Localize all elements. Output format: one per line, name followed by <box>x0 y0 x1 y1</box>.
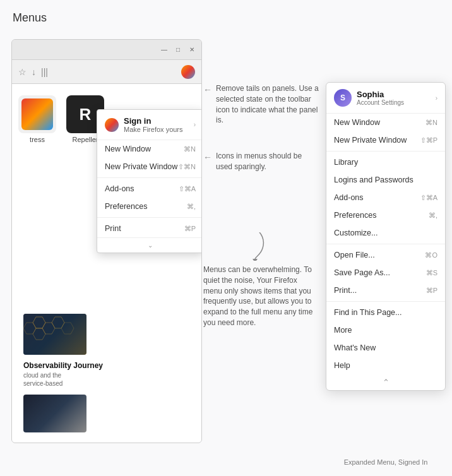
bookmark-icon[interactable]: ☆ <box>18 67 27 77</box>
exp-customize[interactable]: Customize... <box>326 224 445 242</box>
fx-menu-new-window[interactable]: New Window ⌘N <box>97 140 202 158</box>
exp-find-label: Find in This Page... <box>334 308 401 317</box>
svg-marker-7 <box>253 259 258 261</box>
exp-open-file-label: Open File... <box>334 251 375 259</box>
exp-addons[interactable]: Add-ons ⇧⌘A <box>326 189 445 206</box>
arrow-left-icon-2: ← <box>203 152 212 162</box>
exp-sep-3 <box>326 301 445 302</box>
article-subtitle: cloud and theservice-based <box>23 371 103 388</box>
article-text: Observability Journey cloud and theservi… <box>17 361 109 391</box>
fx-signin-title: Sign in <box>124 116 189 126</box>
annotation-first: ← Remove tails on panels. Use a selected… <box>203 83 320 126</box>
fx-menu-print-shortcut: ⌘P <box>184 225 196 233</box>
annotation-area: ← Remove tails on panels. Use a selected… <box>203 83 320 198</box>
expanded-menu-footer-label: Expanded Menu, Signed In <box>326 458 446 466</box>
exp-sep-2 <box>326 244 445 244</box>
fx-header-chevron-icon: › <box>194 121 196 128</box>
exp-print-label: Print... <box>334 286 357 295</box>
exp-sep-1 <box>326 151 445 152</box>
exp-new-window-label: New Window <box>334 118 380 127</box>
firefox-menu-small: Sign in Make Firefox yours › New Window … <box>97 109 202 253</box>
exp-prefs-shortcut: ⌘, <box>429 211 437 220</box>
exp-new-window-shortcut: ⌘N <box>425 119 437 127</box>
fx-menu-private-window[interactable]: New Private Window ⇧⌘N <box>97 158 202 176</box>
exp-library[interactable]: Library <box>326 153 445 171</box>
exp-logins[interactable]: Logins and Passwords <box>326 171 445 189</box>
fx-menu-new-window-shortcut: ⌘N <box>184 145 196 153</box>
exp-addons-label: Add-ons <box>334 193 364 202</box>
account-settings-label: Account Settings <box>357 99 431 106</box>
exp-collapse-icon[interactable]: ⌃ <box>326 374 445 390</box>
fx-menu-private-label: New Private Window <box>105 162 177 171</box>
fx-menu-addons-label: Add-ons <box>105 184 134 193</box>
fx-menu-addons-shortcut: ⇧⌘A <box>179 185 196 193</box>
exp-header-chevron-icon: › <box>436 95 437 102</box>
exp-header-text: Sophia Account Settings <box>357 90 431 106</box>
exp-open-file-shortcut: ⌘O <box>425 251 437 259</box>
exp-help[interactable]: Help <box>326 357 445 374</box>
annotation-text-1: Remove tails on panels. Use a selected s… <box>216 83 320 126</box>
exp-print-shortcut: ⌘P <box>426 287 437 295</box>
article-card[interactable]: Observability Journey cloud and theservi… <box>17 307 109 436</box>
firefox-logo-icon <box>105 118 119 132</box>
fx-menu-print-label: Print <box>105 224 121 233</box>
fx-header-text: Sign in Make Firefox yours <box>124 116 189 133</box>
exp-save-page[interactable]: Save Page As... ⌘S <box>326 264 445 282</box>
curve-arrow-icon <box>250 232 269 261</box>
article-image <box>23 314 86 355</box>
exp-customize-label: Customize... <box>334 229 378 237</box>
annotation-bottom: Menus can be overwhelming. To quiet the … <box>203 232 316 328</box>
fx-separator-1 <box>97 177 202 178</box>
exp-open-file[interactable]: Open File... ⌘O <box>326 246 445 264</box>
page-title: Menus <box>0 0 452 31</box>
article-title: Observability Journey <box>23 361 103 371</box>
tress-icon <box>18 95 56 133</box>
fx-menu-preferences[interactable]: Preferences ⌘, <box>97 198 202 215</box>
firefox-menu-icon[interactable] <box>181 65 195 79</box>
expanded-menu: S Sophia Account Settings › New Window ⌘… <box>326 82 446 391</box>
browser-titlebar: — □ ✕ <box>12 40 201 60</box>
close-button[interactable]: ✕ <box>187 45 196 54</box>
fx-menu-private-shortcut: ⇧⌘N <box>178 163 196 171</box>
minimize-button[interactable]: — <box>160 45 169 54</box>
fx-menu-addons[interactable]: Add-ons ⇧⌘A <box>97 180 202 198</box>
exp-menu-header[interactable]: S Sophia Account Settings › <box>326 83 445 114</box>
exp-save-page-shortcut: ⌘S <box>426 269 437 277</box>
arrow-left-icon-1: ← <box>203 85 212 95</box>
fx-signin-subtitle: Make Firefox yours <box>124 126 189 133</box>
fx-menu-expand-icon[interactable]: ⌄ <box>97 237 202 253</box>
user-avatar: S <box>334 89 352 107</box>
exp-find[interactable]: Find in This Page... <box>326 304 445 321</box>
exp-help-label: Help <box>334 361 350 370</box>
exp-more-label: More <box>334 326 352 335</box>
exp-addons-shortcut: ⇧⌘A <box>420 194 437 202</box>
fx-menu-prefs-label: Preferences <box>105 202 147 211</box>
browser-window: — □ ✕ ☆ ↓ ||| tress R Repeller <box>11 39 202 443</box>
annotation-second: ← Icons in menus should be used sparingl… <box>203 151 320 172</box>
exp-private-window[interactable]: New Private Window ⇧⌘P <box>326 131 445 149</box>
article-image2 <box>23 395 86 432</box>
exp-new-window[interactable]: New Window ⌘N <box>326 114 445 131</box>
user-name: Sophia <box>357 90 431 99</box>
exp-private-shortcut: ⇧⌘P <box>420 136 437 145</box>
reader-icon[interactable]: ||| <box>41 67 48 77</box>
exp-logins-label: Logins and Passwords <box>334 176 413 184</box>
exp-preferences[interactable]: Preferences ⌘, <box>326 206 445 224</box>
fx-signin-header[interactable]: Sign in Make Firefox yours › <box>97 110 202 140</box>
exp-save-page-label: Save Page As... <box>334 268 390 277</box>
exp-more[interactable]: More <box>326 321 445 339</box>
download-icon[interactable]: ↓ <box>32 67 36 77</box>
exp-print[interactable]: Print... ⌘P <box>326 282 445 299</box>
exp-prefs-label: Preferences <box>334 211 376 220</box>
fx-menu-print[interactable]: Print ⌘P <box>97 220 202 237</box>
exp-whats-new-label: What's New <box>334 343 376 352</box>
exp-private-label: New Private Window <box>334 136 407 145</box>
maximize-button[interactable]: □ <box>174 45 182 54</box>
annotation-text-2: Icons in menus should be used sparingly. <box>216 151 320 172</box>
repeller-label: Repeller <box>73 136 98 143</box>
exp-whats-new[interactable]: What's New <box>326 339 445 357</box>
fx-separator-2 <box>97 217 202 218</box>
exp-library-label: Library <box>334 158 358 167</box>
newtab-item-tress[interactable]: tress <box>18 95 56 143</box>
fx-menu-new-window-label: New Window <box>105 145 151 153</box>
